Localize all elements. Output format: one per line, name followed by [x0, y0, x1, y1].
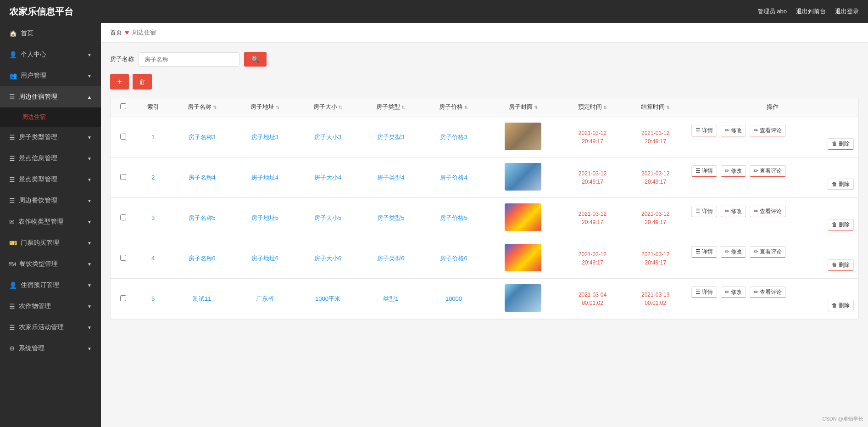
chevron-down-icon: ▼: [87, 177, 92, 182]
sidebar-item-nearby-lodging-mgmt[interactable]: ☰ 周边住宿管理 ▲: [0, 86, 101, 107]
sidebar-item-farm-type-mgmt[interactable]: ✉ 农作物类型管理 ▼: [0, 211, 101, 232]
row-price[interactable]: 房子价格4: [422, 157, 485, 198]
row-address[interactable]: 广东省: [234, 279, 296, 319]
sidebar-lodgingbooking-label: 住宿预订管理: [21, 281, 59, 289]
header-actions: 管理员 abo 退出到前台 退出登录: [757, 7, 859, 16]
row-name[interactable]: 房子名称4: [171, 157, 234, 198]
row-select-checkbox[interactable]: [120, 134, 126, 140]
row-type[interactable]: 类型1: [359, 279, 422, 319]
edit-button[interactable]: ✏ 修改: [721, 246, 746, 258]
sidebar-item-dining-type-mgmt[interactable]: 🍽 餐饮类型管理 ▼: [0, 253, 101, 275]
review-button[interactable]: ✏ 查看评论: [750, 125, 786, 136]
search-bar: 房子名称 🔍: [110, 52, 859, 67]
review-button[interactable]: ✏ 查看评论: [750, 287, 786, 298]
row-name[interactable]: 房子名称6: [171, 238, 234, 279]
row-price[interactable]: 房子价格6: [422, 238, 485, 279]
row-cover: [485, 238, 561, 279]
chevron-down-icon: ▼: [87, 346, 92, 351]
row-size[interactable]: 房子大小6: [296, 238, 359, 279]
search-input[interactable]: [139, 52, 239, 67]
sidebar-item-sys-mgmt[interactable]: ⚙ 系统管理 ▼: [0, 338, 101, 359]
sidebar-personal-label: 个人中心: [21, 51, 46, 59]
sidebar-item-nearby-dining-mgmt[interactable]: ☰ 周边餐饮管理 ▼: [0, 190, 101, 211]
delete-button[interactable]: 🗑 删除: [828, 300, 854, 311]
sidebar-item-scenic-info-mgmt[interactable]: ☰ 景点信息管理 ▼: [0, 148, 101, 169]
sidebar-subitem-nearby-lodging[interactable]: 周边住宿: [0, 107, 101, 127]
detail-button[interactable]: ☰ 详情: [691, 206, 717, 217]
sidebar-item-lodging-booking-mgmt[interactable]: 👤 住宿预订管理 ▼: [0, 275, 101, 296]
select-all-checkbox[interactable]: [120, 103, 126, 109]
row-cover: [485, 117, 561, 157]
row-type[interactable]: 房子类型6: [359, 238, 422, 279]
sidebar-item-personal[interactable]: 👤 个人中心 ▼: [0, 44, 101, 65]
breadcrumb-home[interactable]: 首页: [110, 28, 122, 37]
sidebar-roomtype-label: 房子类型管理: [19, 133, 57, 141]
table-row: 2 房子名称4 房子地址4 房子大小4 房子类型4 房子价格4 2021-03-…: [111, 157, 858, 198]
row-price[interactable]: 10000: [422, 279, 485, 319]
delete-button[interactable]: 🗑 删除: [828, 259, 854, 271]
row-price[interactable]: 房子价格5: [422, 198, 485, 238]
search-label: 房子名称: [110, 55, 134, 63]
detail-button[interactable]: ☰ 详情: [691, 287, 717, 298]
row-cover: [485, 198, 561, 238]
sidebar-item-user-mgmt[interactable]: 👥 用户管理 ▼: [0, 65, 101, 86]
add-button[interactable]: +: [110, 74, 129, 90]
row-select-checkbox[interactable]: [120, 174, 126, 180]
review-button[interactable]: ✏ 查看评论: [750, 246, 786, 258]
sidebar-item-room-type-mgmt[interactable]: ☰ 房子类型管理 ▼: [0, 127, 101, 148]
row-type[interactable]: 房子类型3: [359, 117, 422, 157]
table-header-actions: 操作: [687, 97, 858, 117]
row-type[interactable]: 房子类型4: [359, 157, 422, 198]
search-icon: 🔍: [251, 56, 259, 63]
table-header-type: 房子类型⇅: [359, 97, 422, 117]
delete-button[interactable]: 🗑 删除: [828, 219, 854, 230]
sidebar-item-activity-mgmt[interactable]: ☰ 农家乐活动管理 ▼: [0, 317, 101, 338]
sidebar-item-home[interactable]: 🏠 首页: [0, 23, 101, 44]
edit-button[interactable]: ✏ 修改: [721, 125, 746, 136]
row-name[interactable]: 房子名称5: [171, 198, 234, 238]
row-select-checkbox[interactable]: [120, 295, 126, 301]
delete-button[interactable]: 🗑 删除: [828, 138, 854, 150]
header: 农家乐信息平台 管理员 abo 退出到前台 退出登录: [0, 0, 868, 23]
sidebar-nearbylodging-label: 周边住宿管理: [19, 93, 57, 101]
review-button[interactable]: ✏ 查看评论: [750, 206, 786, 217]
detail-icon: ☰: [696, 168, 701, 174]
row-name[interactable]: 测试11: [171, 279, 234, 319]
row-name[interactable]: 房子名称3: [171, 117, 234, 157]
batch-delete-button[interactable]: 🗑: [133, 74, 152, 90]
goto-front-btn[interactable]: 退出到前台: [796, 7, 826, 16]
row-checkout-time: 2021-03-1220:49:17: [624, 198, 687, 238]
row-address[interactable]: 房子地址4: [234, 157, 296, 198]
detail-button[interactable]: ☰ 详情: [691, 165, 717, 177]
table-row: 1 房子名称3 房子地址3 房子大小3 房子类型3 房子价格3 2021-03-…: [111, 117, 858, 157]
search-button[interactable]: 🔍: [244, 52, 267, 67]
edit-button[interactable]: ✏ 修改: [721, 165, 746, 177]
detail-button[interactable]: ☰ 详情: [691, 125, 717, 136]
edit-button[interactable]: ✏ 修改: [721, 206, 746, 217]
table-header-index: 索引: [136, 97, 171, 117]
detail-button[interactable]: ☰ 详情: [691, 246, 717, 258]
edit-button[interactable]: ✏ 修改: [721, 287, 746, 298]
review-button[interactable]: ✏ 查看评论: [750, 165, 786, 177]
logout-btn[interactable]: 退出登录: [835, 7, 859, 16]
row-address[interactable]: 房子地址3: [234, 117, 296, 157]
row-index: 1: [136, 117, 171, 157]
row-size[interactable]: 房子大小5: [296, 198, 359, 238]
row-index: 2: [136, 157, 171, 198]
row-price[interactable]: 房子价格3: [422, 117, 485, 157]
row-size[interactable]: 房子大小4: [296, 157, 359, 198]
row-address[interactable]: 房子地址5: [234, 198, 296, 238]
row-size[interactable]: 房子大小3: [296, 117, 359, 157]
review-icon: ✏: [754, 289, 758, 295]
sidebar-item-farm-product-mgmt[interactable]: ☰ 农作物管理 ▼: [0, 296, 101, 317]
row-address[interactable]: 房子地址6: [234, 238, 296, 279]
row-type[interactable]: 房子类型5: [359, 198, 422, 238]
body-wrap: 🏠 首页 👤 个人中心 ▼ 👥 用户管理 ▼ ☰ 周边住宿管理: [0, 23, 868, 427]
delete-button[interactable]: 🗑 删除: [828, 179, 854, 190]
sidebar-item-ticket-mgmt[interactable]: 🎫 门票购买管理 ▼: [0, 232, 101, 253]
row-select-checkbox[interactable]: [120, 214, 126, 220]
edit-icon: ✏: [725, 289, 729, 295]
row-select-checkbox[interactable]: [120, 255, 126, 261]
sidebar-item-scenic-type-mgmt[interactable]: ☰ 景点类型管理 ▼: [0, 169, 101, 190]
row-size[interactable]: 1000平米: [296, 279, 359, 319]
